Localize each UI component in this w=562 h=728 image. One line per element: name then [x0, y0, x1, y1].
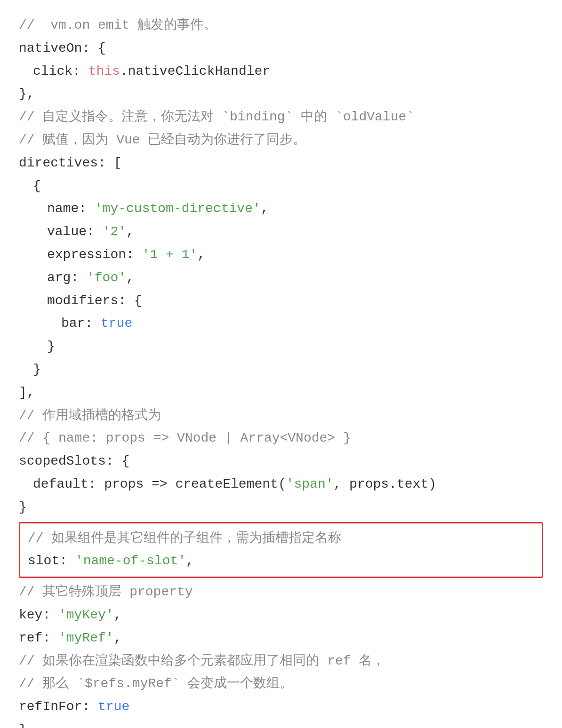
code-line: }: [19, 496, 543, 519]
code-line: // 那么 `$refs.myRef` 会变成一个数组。: [19, 673, 543, 696]
code-line: modifiers: {: [19, 290, 543, 313]
code-line: ref: 'myRef',: [19, 627, 543, 650]
code-line: },: [19, 83, 543, 106]
code-line: {: [19, 175, 543, 198]
code-line: // 作用域插槽的格式为: [19, 404, 543, 427]
code-line: }: [19, 335, 543, 358]
code-line: ],: [19, 381, 543, 404]
code-line: directives: [: [19, 152, 543, 175]
code-line: // 赋值，因为 Vue 已经自动为你进行了同步。: [19, 129, 543, 152]
code-line: nativeOn: {: [19, 37, 543, 60]
highlighted-section: // 如果组件是其它组件的子组件，需为插槽指定名称slot: 'name-of-…: [19, 522, 543, 578]
code-line: expression: '1 + 1',: [19, 244, 543, 267]
code-line: // { name: props => VNode | Array<VNode>…: [19, 427, 543, 450]
code-line: // 如果你在渲染函数中给多个元素都应用了相同的 ref 名，: [19, 650, 543, 673]
code-line: click: this.nativeClickHandler: [19, 60, 543, 83]
code-line: }: [19, 719, 543, 728]
code-line: // 其它特殊顶层 property: [19, 581, 543, 604]
code-line: value: '2',: [19, 221, 543, 244]
code-line: scopedSlots: {: [19, 450, 543, 473]
code-line: arg: 'foo',: [19, 267, 543, 290]
code-line: key: 'myKey',: [19, 604, 543, 627]
code-line: default: props => createElement('span', …: [19, 473, 543, 496]
code-block: // vm.on emit 触发的事件。nativeOn: {click: th…: [19, 9, 543, 728]
code-line: slot: 'name-of-slot',: [28, 550, 534, 573]
code-line: // 自定义指令。注意，你无法对 `binding` 中的 `oldValue`: [19, 106, 543, 129]
code-line: bar: true: [19, 312, 543, 335]
code-line: // vm.on emit 触发的事件。: [19, 14, 543, 37]
code-line: refInFor: true: [19, 696, 543, 719]
code-line: }: [19, 358, 543, 381]
code-line: // 如果组件是其它组件的子组件，需为插槽指定名称: [28, 527, 534, 550]
code-line: name: 'my-custom-directive',: [19, 198, 543, 221]
